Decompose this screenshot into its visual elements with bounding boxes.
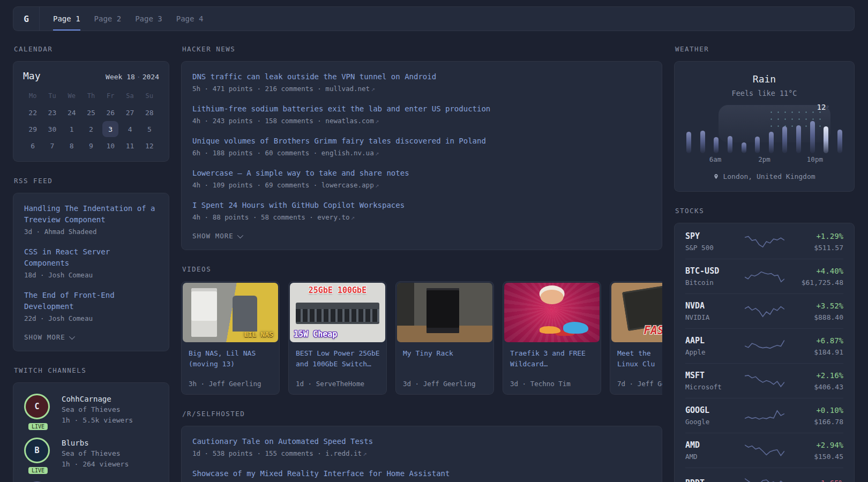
thumbnail-text-overlay: FAS — [644, 324, 662, 337]
stock-row[interactable]: AAPLApple+6.87%$184.91 — [685, 328, 843, 363]
feed-item-title[interactable]: Lithium-free sodium batteries exit the l… — [192, 103, 651, 115]
weather-bar — [700, 131, 705, 153]
calendar-day: 7 — [42, 138, 62, 154]
stock-row[interactable]: NVDANVIDIA+3.52%$888.40 — [685, 293, 843, 328]
external-link-icon: ↗ — [375, 181, 379, 189]
stock-row[interactable]: BTC-USDBitcoin+4.40%$61,725.48 — [685, 259, 843, 293]
stock-row[interactable]: SPYS&P 500+1.29%$511.57 — [685, 224, 843, 259]
video-thumbnail: LIL NAS — [183, 283, 278, 342]
video-title[interactable]: My Tiny Rack — [403, 348, 487, 359]
stock-price: $888.40 — [784, 313, 844, 321]
weather-bar — [755, 137, 760, 153]
weekday-label: Th — [81, 88, 101, 104]
show-more-button[interactable]: SHOW MORE — [192, 232, 651, 240]
separator-dot: · — [137, 73, 141, 81]
weekday-label: Mo — [23, 88, 42, 104]
source-link[interactable]: mullvad.net — [325, 85, 370, 93]
video-title[interactable]: BEST Low Power 25GbE — [296, 348, 379, 359]
stock-name: NVIDIA — [685, 313, 745, 321]
chevron-down-icon — [69, 333, 74, 339]
video-card[interactable]: Traefik 3 and FREEWildcard…3d · Techno T… — [503, 281, 601, 395]
chevron-down-icon — [237, 232, 243, 238]
video-title[interactable]: (moving 13) — [189, 359, 272, 370]
feed-item-title[interactable]: DNS traffic can leak outside the VPN tun… — [192, 71, 651, 82]
weekday-label: Tu — [42, 88, 62, 104]
video-card-body: Meet theLinux Clu7d · Jeff Geerling — [610, 343, 662, 394]
feed-item-title[interactable]: Lowercase – A simple way to take and sha… — [192, 168, 651, 179]
rss-card: Handling The Indentation of a Treeview C… — [13, 193, 169, 351]
stock-sparkline — [745, 475, 784, 482]
video-title[interactable]: Traefik 3 and FREE — [510, 348, 594, 359]
weather-bar — [837, 130, 842, 153]
selfhosted-widget: /R/SELFHOSTED Cautionary Tale on Automat… — [181, 410, 662, 482]
tab-page-4[interactable]: Page 4 — [176, 7, 204, 31]
source-link[interactable]: i.redd.it — [325, 449, 362, 457]
stock-change: +3.52% — [784, 301, 844, 311]
twitch-channel[interactable]: BLIVEBlurbsSea of Thieves1h · 264 viewer… — [24, 438, 158, 470]
video-title[interactable]: Linux Clu — [617, 359, 662, 370]
feed-item-title[interactable]: Showcase of my Mixed Reality Interface f… — [192, 468, 651, 479]
video-title[interactable]: and 100GbE Switch… — [296, 359, 379, 370]
video-meta: 3d · Jeff Geerling — [403, 380, 487, 388]
video-card[interactable]: My Tiny Rack3d · Jeff Geerling — [395, 281, 494, 395]
weather-bars — [686, 107, 842, 153]
feed-item: DNS traffic can leak outside the VPN tun… — [192, 71, 651, 94]
source-link[interactable]: lowercase.app — [321, 181, 374, 189]
external-link-icon: ↗ — [351, 213, 355, 221]
selfhosted-card: Cautionary Tale on Automated Speed Tests… — [181, 426, 662, 482]
channel-name[interactable]: CohhCarnage — [62, 394, 133, 404]
current-temp-label: 12° — [817, 103, 829, 111]
weekday-label: We — [62, 88, 81, 104]
calendar-day: 29 — [23, 121, 42, 137]
feed-item-title[interactable]: Cautionary Tale on Automated Speed Tests — [192, 436, 651, 447]
stock-ticker: BTC-USD — [685, 266, 745, 276]
weather-chart: 12° 6am2pm10pm — [685, 106, 843, 164]
weather-time-axis: 6am2pm10pm — [685, 155, 843, 164]
twitch-channel[interactable]: CLIVECohhCarnageSea of Thieves1h · 5.5k … — [24, 394, 158, 426]
source-link[interactable]: every.to — [317, 213, 349, 221]
stock-sparkline — [745, 442, 784, 458]
weather-bar — [769, 132, 774, 153]
calendar-day: 30 — [42, 121, 62, 137]
video-card[interactable]: 25GbE 100GbE15W CheapBEST Low Power 25Gb… — [288, 281, 387, 395]
stock-row[interactable]: GOOGLGoogle+0.10%$166.78 — [685, 398, 843, 433]
stock-row[interactable]: RDDT-1.65% — [685, 468, 843, 482]
video-title[interactable]: Big NAS, Lil NAS — [189, 348, 272, 359]
feed-item: The End of Front-End Development22d · Jo… — [24, 290, 158, 324]
weekday-label: Sa — [120, 88, 139, 104]
stock-name: Microsoft — [685, 383, 745, 391]
feed-item-title[interactable]: CSS in React Server Components — [24, 246, 158, 269]
calendar-day: 9 — [81, 138, 101, 154]
show-more-button[interactable]: SHOW MORE — [24, 333, 158, 341]
calendar-day: 5 — [140, 121, 159, 137]
video-title[interactable]: Meet the — [617, 348, 662, 359]
weather-bar — [686, 132, 691, 153]
video-card[interactable]: LIL NASBig NAS, Lil NAS(moving 13)3h · J… — [181, 281, 280, 395]
stock-values: +2.94%$150.45 — [784, 440, 844, 461]
live-badge: LIVE — [28, 423, 48, 430]
channel-name[interactable]: Blurbs — [62, 438, 129, 448]
feed-item-title[interactable]: Handling The Indentation of a Treeview C… — [24, 203, 158, 225]
tab-page-2[interactable]: Page 2 — [94, 7, 122, 31]
stock-ticker: AMD — [685, 440, 745, 450]
app-logo[interactable]: G — [13, 7, 40, 31]
stock-row[interactable]: AMDAMD+2.94%$150.45 — [685, 433, 843, 468]
time-label: 6am — [709, 155, 722, 163]
stock-row[interactable]: MSFTMicrosoft+2.16%$406.43 — [685, 363, 843, 398]
tab-page-3[interactable]: Page 3 — [135, 7, 162, 31]
calendar-grid: MoTuWeThFrSaSu22232425262728293012345678… — [23, 88, 159, 154]
thumbnail-text-overlay: 15W Cheap — [294, 329, 337, 339]
feed-item: Unique volumes of Brothers Grimm fairy t… — [192, 135, 651, 159]
feed-item-title[interactable]: I Spent 24 Hours with GitHub Copilot Wor… — [192, 200, 651, 211]
feed-item-title[interactable]: The End of Front-End Development — [24, 290, 158, 312]
tab-page-1[interactable]: Page 1 — [53, 7, 80, 31]
feed-item-title[interactable]: Unique volumes of Brothers Grimm fairy t… — [192, 135, 651, 147]
video-thumbnail — [504, 283, 600, 342]
video-card[interactable]: FASMeet theLinux Clu7d · Jeff Geerling — [610, 281, 662, 395]
right-column: WEATHER Rain Feels like 11°C 12° 6am2pm1… — [674, 45, 855, 482]
source-link[interactable]: newatlas.com — [325, 117, 373, 125]
stock-ticker: GOOGL — [685, 405, 745, 416]
source-link[interactable]: english.nv.ua — [321, 149, 374, 157]
video-title[interactable]: Wildcard… — [510, 359, 594, 370]
stock-price: $166.78 — [784, 418, 844, 426]
